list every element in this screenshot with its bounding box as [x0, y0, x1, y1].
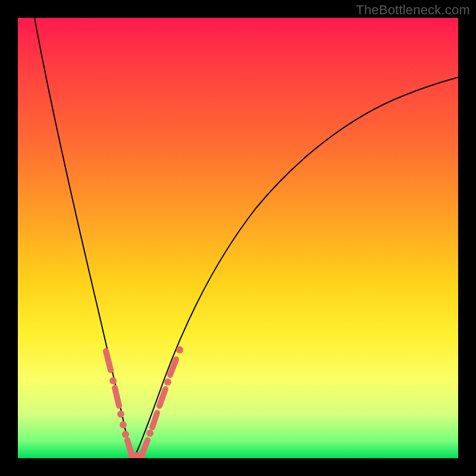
plot-area [18, 18, 458, 458]
right-branch-curve [134, 77, 458, 458]
marker-dot [109, 377, 117, 384]
marker-dot [117, 411, 124, 418]
marker-seg [143, 440, 148, 452]
left-branch-curve [35, 18, 134, 458]
curve-layer [18, 18, 458, 458]
marker-seg [115, 388, 119, 406]
chart-frame: TheBottleneck.com [0, 0, 476, 476]
marker-dot [176, 346, 183, 353]
watermark-text: TheBottleneck.com [356, 2, 470, 18]
marker-seg [106, 351, 111, 370]
marker-dot [164, 378, 171, 386]
marker-seg [152, 413, 157, 427]
marker-dot [146, 430, 154, 437]
marker-dot [122, 431, 129, 438]
marker-seg [127, 440, 131, 452]
marker-dot [120, 421, 127, 428]
